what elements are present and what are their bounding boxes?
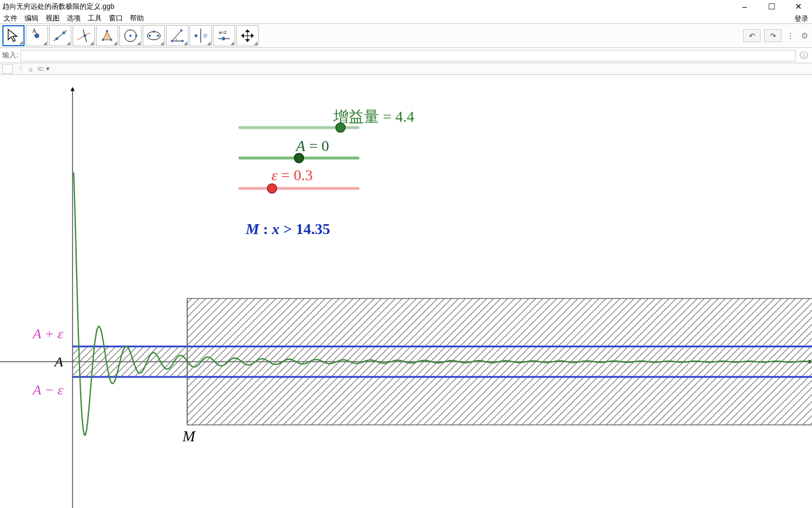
svg-point-16 bbox=[149, 35, 151, 37]
svg-point-35 bbox=[267, 184, 277, 193]
svg-point-24 bbox=[204, 35, 207, 37]
home-icon[interactable]: ⌂ bbox=[29, 66, 33, 73]
tool-angle[interactable] bbox=[166, 25, 188, 46]
menu-tools[interactable]: 工具 bbox=[85, 13, 104, 23]
svg-text:a=2: a=2 bbox=[219, 30, 227, 35]
label-A-minus-eps: A − ε bbox=[32, 382, 63, 397]
titlebar: 趋向无穷远处的函数极限的定义.ggb – ☐ ✕ bbox=[0, 0, 812, 13]
toolbar-right: ↶ ↷ ⋮ ⚙ bbox=[743, 29, 810, 42]
slider-A-label: A = 0 bbox=[295, 138, 329, 155]
M-condition-text: M : x > 14.35 bbox=[245, 221, 330, 238]
menubar: 文件 编辑 视图 选项 工具 窗口 帮助 bbox=[0, 13, 812, 23]
dropdown-icon bbox=[160, 42, 164, 45]
tool-circle[interactable] bbox=[119, 25, 142, 46]
svg-point-3 bbox=[56, 37, 59, 40]
svg-point-23 bbox=[195, 35, 198, 37]
dropdown-icon bbox=[90, 42, 94, 45]
dropdown-icon bbox=[230, 42, 234, 45]
svg-point-7 bbox=[84, 35, 87, 37]
dropdown-icon bbox=[184, 42, 187, 45]
svg-point-19 bbox=[171, 40, 173, 42]
minimize-button[interactable]: – bbox=[731, 0, 758, 13]
login-link[interactable]: 登录 bbox=[792, 14, 811, 24]
close-button[interactable]: ✕ bbox=[785, 0, 812, 13]
toolbar: A a=2 ↶ ↷ ⋮ ⚙ bbox=[0, 23, 812, 48]
viewbar-toggle[interactable] bbox=[2, 64, 13, 74]
menu-edit[interactable]: 编辑 bbox=[22, 13, 41, 23]
settings-icon[interactable]: ⚙ bbox=[799, 30, 810, 41]
menu-view[interactable]: 视图 bbox=[43, 13, 62, 23]
dropdown-icon bbox=[67, 42, 70, 45]
tool-line[interactable] bbox=[49, 25, 71, 46]
tool-ellipse[interactable] bbox=[143, 25, 165, 46]
label-A-plus-eps: A + ε bbox=[32, 326, 63, 341]
viewbar-sep-icon: ⋮ bbox=[18, 65, 24, 73]
dropdown-icon bbox=[113, 42, 117, 45]
svg-point-0 bbox=[35, 34, 39, 38]
menu-options[interactable]: 选项 bbox=[64, 13, 83, 23]
svg-marker-8 bbox=[103, 31, 111, 40]
slider-A[interactable] bbox=[240, 153, 358, 163]
svg-point-13 bbox=[129, 35, 132, 37]
svg-point-14 bbox=[135, 35, 137, 37]
svg-point-10 bbox=[110, 39, 112, 41]
dropdown-icon bbox=[254, 42, 257, 45]
graphics-viewbar: ⋮ ⌂ ⊂: ▾ bbox=[0, 63, 812, 75]
label-A: A bbox=[53, 354, 63, 369]
dropdown-icon bbox=[137, 42, 140, 45]
window-controls: – ☐ ✕ bbox=[731, 0, 812, 13]
menu-file[interactable]: 文件 bbox=[1, 13, 20, 23]
label-M-axis: M bbox=[182, 428, 196, 445]
dropdown-icon bbox=[19, 41, 23, 44]
tool-perpendicular[interactable] bbox=[73, 25, 95, 46]
tool-point[interactable]: A bbox=[26, 25, 48, 46]
svg-point-18 bbox=[153, 30, 155, 33]
svg-point-17 bbox=[157, 35, 159, 37]
svg-point-4 bbox=[63, 32, 66, 35]
slider-gain-label: 增益量 = 4.4 bbox=[333, 108, 414, 125]
svg-text:A: A bbox=[32, 28, 37, 34]
window-title: 趋向无穷远处的函数极限的定义.ggb bbox=[2, 2, 114, 12]
menu-window[interactable]: 窗口 bbox=[106, 13, 125, 23]
graphics-view[interactable]: A + ε A A − ε M 增益量 = 4.4 A = 0 ε = 0.3 … bbox=[0, 76, 812, 508]
inputbar-help-icon[interactable]: ⓘ bbox=[798, 50, 810, 61]
svg-point-9 bbox=[102, 39, 104, 41]
maximize-button[interactable]: ☐ bbox=[758, 0, 785, 13]
snap-icon[interactable]: ⊂: ▾ bbox=[37, 65, 50, 73]
command-input[interactable] bbox=[20, 50, 796, 61]
svg-point-20 bbox=[180, 29, 183, 32]
svg-point-33 bbox=[294, 153, 304, 163]
svg-point-11 bbox=[106, 30, 108, 32]
input-bar: 输入: ⓘ bbox=[0, 48, 812, 63]
menu-help[interactable]: 帮助 bbox=[128, 13, 146, 23]
dropdown-icon bbox=[207, 42, 211, 45]
menu-icon[interactable]: ⋮ bbox=[785, 30, 796, 41]
tool-move-view[interactable] bbox=[236, 25, 259, 46]
slider-eps-label: ε = 0.3 bbox=[271, 167, 312, 184]
dropdown-icon bbox=[43, 42, 47, 45]
redo-button[interactable]: ↷ bbox=[764, 29, 782, 42]
undo-button[interactable]: ↶ bbox=[743, 29, 761, 42]
inputbar-label: 输入: bbox=[2, 50, 18, 60]
svg-point-27 bbox=[222, 37, 225, 40]
tool-polygon[interactable] bbox=[96, 25, 118, 46]
slider-eps[interactable] bbox=[240, 184, 358, 193]
tool-move[interactable] bbox=[2, 25, 25, 46]
tool-slider[interactable]: a=2 bbox=[213, 25, 235, 46]
tool-reflect[interactable] bbox=[190, 25, 212, 46]
